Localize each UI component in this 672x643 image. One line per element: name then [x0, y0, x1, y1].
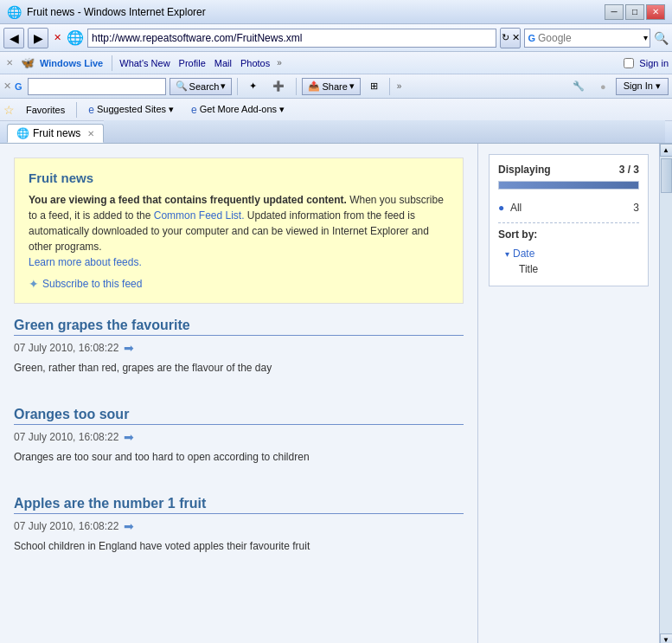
google-search-input[interactable]	[28, 78, 166, 95]
article-1-text: Green, rather than red, grapes are the f…	[14, 360, 464, 376]
chevron-more[interactable]: »	[395, 81, 404, 91]
add-icon: ➕	[272, 80, 285, 92]
sidebar-displaying-label: Displaying	[498, 164, 551, 176]
article-2-meta: 07 July 2010, 16:08:22 ➡	[14, 430, 464, 444]
feed-title: Fruit news	[29, 170, 449, 185]
article-3-arrow-icon: ➡	[124, 519, 134, 533]
translate-button[interactable]: ⊞	[364, 77, 384, 96]
subscribe-star-icon: ✦	[29, 277, 39, 291]
circle-icon: ●	[600, 81, 606, 92]
share-dropdown-icon[interactable]: ▾	[349, 80, 355, 92]
search-magnifier-icon: 🔍	[654, 31, 669, 45]
article-2-divider	[14, 424, 464, 425]
sidebar-all-dot: ●	[498, 202, 504, 214]
add-button[interactable]: ➕	[266, 77, 291, 96]
search-input[interactable]	[538, 29, 642, 47]
article-3-title[interactable]: Apples are the number 1 fruit	[14, 496, 464, 511]
tb-sep2	[296, 78, 297, 95]
sidebar-progress-bar	[498, 181, 639, 190]
address-bar[interactable]	[87, 29, 496, 48]
close-button[interactable]: ✕	[646, 4, 665, 20]
nav-bar: ◀ ▶ ✕ 🌐 ↻ ✕ G ▾ 🔍	[0, 24, 672, 52]
subscribe-link[interactable]: ✦ Subscribe to this feed	[29, 277, 449, 291]
translate-icon: ⊞	[370, 80, 378, 92]
sort-arrow-icon: ▾	[505, 249, 509, 259]
common-feed-list-link[interactable]: Common Feed List.	[154, 209, 245, 222]
sidebar-displaying-row: Displaying 3 / 3	[498, 164, 639, 176]
ie-addon-icon: e	[191, 104, 197, 116]
content-area: Fruit news You are viewing a feed that c…	[0, 144, 672, 643]
article-2-title[interactable]: Oranges too sour	[14, 407, 464, 422]
scroll-thumb[interactable]	[661, 158, 672, 193]
article-2-arrow-icon: ➡	[124, 430, 134, 444]
scrollbar: ▲ ▼	[659, 144, 672, 643]
learn-more-link[interactable]: Learn more about feeds.	[29, 256, 142, 268]
active-tab[interactable]: 🌐 Fruit news ✕	[7, 124, 104, 143]
google-search-button[interactable]: 🔍 Search ▾	[170, 78, 233, 95]
scroll-up-button[interactable]: ▲	[660, 144, 673, 157]
wl-mail-link[interactable]: Mail	[213, 58, 234, 68]
highlight-button[interactable]: ✦	[243, 77, 263, 96]
sidebar: Displaying 3 / 3 ● All 3 Sort by: ▾ Date	[477, 144, 659, 643]
article-1-divider	[14, 335, 464, 336]
wl-whatsnew-link[interactable]: What's New	[118, 58, 171, 68]
wl-logo: Windows Live	[40, 58, 103, 68]
sidebar-progress-fill	[499, 182, 638, 189]
google-tb-logo: G	[15, 81, 22, 92]
search-dropdown-icon[interactable]: ▾	[642, 33, 650, 42]
search-btn-dropdown[interactable]: ▾	[221, 80, 226, 92]
share-icon: 📤	[308, 80, 320, 92]
title-bar-buttons: ─ □ ✕	[605, 4, 665, 20]
feed-description: You are viewing a feed that contains fre…	[29, 192, 449, 270]
wl-sep1	[112, 55, 112, 71]
maximize-button[interactable]: □	[625, 4, 644, 20]
wl-butterfly-icon: 🦋	[21, 56, 35, 69]
scroll-down-button[interactable]: ▼	[660, 633, 673, 643]
article-1: Green grapes the favourite 07 July 2010,…	[14, 318, 464, 389]
feed-info-box: Fruit news You are viewing a feed that c…	[14, 158, 464, 304]
wl-right-area: Sign in	[624, 58, 669, 68]
article-3: Apples are the number 1 fruit 07 July 20…	[14, 496, 464, 568]
article-1-title[interactable]: Green grapes the favourite	[14, 318, 464, 333]
wl-signin-link[interactable]: Sign in	[639, 58, 669, 68]
article-3-divider	[14, 513, 464, 514]
get-addons-button[interactable]: e Get More Add-ons ▾	[185, 101, 291, 119]
nav-x[interactable]: ✕	[52, 32, 63, 43]
share-button[interactable]: 📤 Share ▾	[302, 78, 360, 95]
tb-sep1	[237, 78, 238, 95]
search-container: G ▾	[524, 29, 650, 48]
sidebar-sort-title[interactable]: Title	[498, 261, 639, 277]
wrench-button[interactable]: 🔧	[566, 77, 591, 96]
wl-photos-link[interactable]: Photos	[239, 58, 272, 68]
sidebar-sort-label: Sort by:	[498, 228, 639, 241]
title-bar-text: Fruit news - Windows Internet Explorer	[27, 6, 605, 18]
title-bar-icon: 🌐	[7, 5, 22, 19]
article-2-date: 07 July 2010, 16:08:22	[14, 431, 118, 443]
favorites-button[interactable]: Favorites	[20, 101, 71, 119]
wl-more-button[interactable]: »	[277, 58, 282, 68]
google-toolbar: ✕ G 🔍 Search ▾ ✦ ➕ 📤 Share ▾ ⊞ » 🔧 ● Sig…	[0, 74, 672, 99]
refresh-stop-button[interactable]: ↻ ✕	[500, 28, 521, 48]
wl-checkbox[interactable]	[624, 58, 634, 68]
sidebar-all-count: 3	[633, 202, 639, 214]
suggested-sites-button[interactable]: e Suggested Sites ▾	[82, 101, 180, 119]
google-tb-close[interactable]: ✕	[3, 80, 11, 92]
article-3-date: 07 July 2010, 16:08:22	[14, 520, 118, 532]
fav-sep1	[76, 102, 77, 118]
wl-toolbar: ✕ 🦋 Windows Live What's New Profile Mail…	[0, 52, 672, 74]
wl-close-button[interactable]: ✕	[3, 58, 16, 68]
minimize-button[interactable]: ─	[605, 4, 624, 20]
sidebar-sort-date[interactable]: ▾ Date	[498, 246, 639, 261]
sidebar-count: 3 / 3	[619, 164, 639, 176]
back-button[interactable]: ◀	[3, 28, 24, 48]
sidebar-all-label: All	[510, 202, 522, 214]
sidebar-displaying-section: Displaying 3 / 3 ● All 3 Sort by: ▾ Date	[489, 154, 649, 286]
tab-close-icon[interactable]: ✕	[87, 129, 94, 138]
signin-button[interactable]: Sign In ▾	[616, 78, 669, 95]
status-indicator[interactable]: ●	[594, 77, 612, 96]
sidebar-all-row[interactable]: ● All 3	[498, 198, 639, 217]
wl-profile-link[interactable]: Profile	[177, 58, 208, 68]
google-search-logo: G	[525, 33, 538, 43]
forward-button[interactable]: ▶	[28, 28, 48, 48]
sidebar-sort-section: Sort by: ▾ Date Title	[498, 228, 639, 277]
